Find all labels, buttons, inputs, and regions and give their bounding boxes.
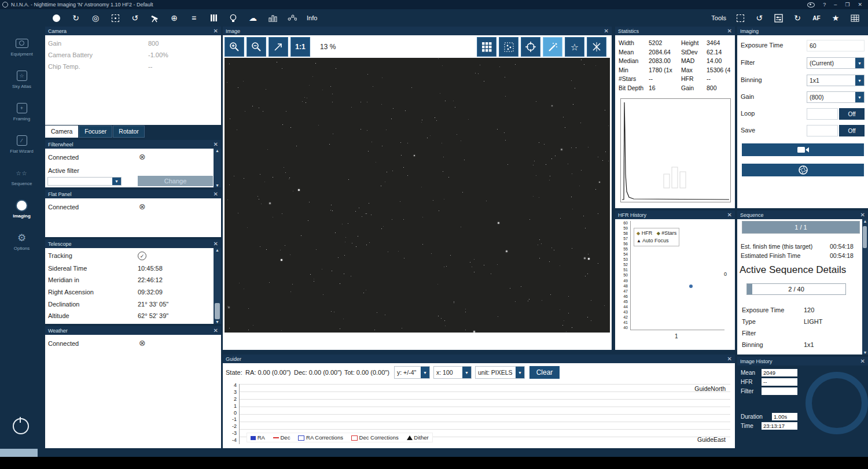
night-mode-eye-icon[interactable]	[807, 2, 815, 8]
capture-button[interactable]	[742, 164, 864, 176]
sidebar-item-sequence[interactable]: ☆☆ Sequence	[0, 161, 43, 192]
sequence-icon: ☆☆	[16, 167, 28, 179]
grid-overlay-button[interactable]	[477, 37, 496, 57]
close-icon[interactable]: ✕	[858, 2, 862, 8]
connections-icon[interactable]	[285, 12, 300, 24]
loop-count-input[interactable]	[807, 108, 838, 120]
sequence-scrollbar[interactable]: ▲▼	[862, 219, 868, 354]
flat-panel: Flat Panel ✕ Connected ⊗	[45, 190, 221, 237]
star-annotate-button[interactable]	[499, 37, 518, 57]
close-icon[interactable]: ✕	[860, 212, 865, 218]
guider-yscale-select[interactable]: y: +/-4"▼	[394, 366, 430, 379]
weather-panel-title: Weather	[48, 328, 68, 334]
platesolve-wand-button[interactable]	[543, 37, 562, 57]
switch-icon[interactable]: ≡	[186, 12, 201, 24]
layout-icon[interactable]	[733, 12, 748, 24]
tab-rotator[interactable]: Rotator	[113, 125, 144, 138]
sequence-panel: Sequence ✕ 1 / 1 Est. finish time (this …	[737, 211, 868, 354]
star-detect-icon[interactable]: ★	[828, 12, 843, 24]
dome-icon[interactable]	[206, 12, 221, 24]
telescope-scrollbar[interactable]: ▲▼	[214, 248, 221, 324]
guider-icon[interactable]: ⊕	[167, 12, 182, 24]
flat-panel-icon[interactable]	[226, 12, 241, 24]
close-icon[interactable]: ✕	[860, 359, 865, 364]
tab-camera[interactable]: Camera	[45, 125, 78, 138]
pixel-peek-button[interactable]	[587, 37, 606, 57]
close-icon[interactable]: ✕	[727, 212, 732, 218]
guider-xscale-select[interactable]: x: 100▼	[433, 366, 472, 379]
clear-button[interactable]: Clear	[529, 366, 560, 379]
filter-select[interactable]: ▼	[47, 177, 122, 186]
video-camera-icon	[797, 146, 809, 153]
exposure-time-input[interactable]: 60	[807, 40, 865, 51]
camera-icon[interactable]	[49, 12, 64, 24]
application-window: N.I.N.A. - Nighttime Imaging 'N' Astrono…	[0, 0, 868, 469]
binning-dropdown[interactable]: 1x1▼	[807, 75, 865, 86]
close-icon[interactable]: ✕	[214, 142, 218, 147]
statistics-table: Width5202Height3464 Mean2084.64StDev62.1…	[619, 39, 734, 92]
zoom-out-button[interactable]	[247, 37, 266, 57]
flatpanel-connected-label: Connected	[48, 204, 79, 211]
close-icon[interactable]: ✕	[214, 241, 218, 247]
close-icon[interactable]: ✕	[214, 28, 218, 34]
options-icon: ⚙	[17, 231, 26, 244]
filterwheel-scrollbar[interactable]: ▲▼	[214, 149, 221, 187]
tab-focuser[interactable]: Focuser	[79, 125, 112, 138]
sidebar-item-imaging[interactable]: Imaging	[0, 193, 43, 224]
maximize-icon[interactable]: ❐	[845, 2, 849, 8]
filter-dropdown[interactable]: (Current)▼	[807, 57, 865, 69]
image-panel-title: Image	[226, 28, 240, 34]
image-canvas[interactable]	[225, 58, 610, 333]
focuser-icon[interactable]	[108, 12, 123, 24]
sidebar-item-sky-atlas[interactable]: ☆ Sky Atlas	[0, 64, 43, 95]
imaging-panel-title: Imaging	[740, 28, 759, 34]
cloud-icon[interactable]: ☁	[245, 12, 260, 24]
camera-panel: Camera ✕ Gain 800 Camera Battery -1.00% …	[45, 27, 221, 125]
sidebar-item-options[interactable]: ⚙ Options	[0, 226, 43, 257]
rotator-icon[interactable]: ↺	[127, 12, 142, 24]
auto-stretch-icon[interactable]: ↻	[790, 12, 805, 24]
start-liveview-button[interactable]	[742, 143, 864, 156]
sync-icon[interactable]: ↻	[68, 12, 83, 24]
chevron-down-icon: ▼	[855, 92, 864, 102]
grid-icon[interactable]	[847, 12, 862, 24]
camera-battery-label: Camera Battery	[48, 51, 93, 58]
camera-gain-value: 800	[148, 40, 159, 47]
sidebar-item-framing[interactable]: + Framing	[0, 96, 43, 127]
one-to-one-button[interactable]: 1:1	[290, 37, 310, 57]
af-icon[interactable]: AF	[809, 12, 824, 24]
telescope-icon[interactable]	[147, 12, 162, 24]
star-mark-button[interactable]: ☆	[565, 37, 584, 57]
close-icon[interactable]: ✕	[604, 28, 609, 34]
loading-ring-watermark	[806, 372, 868, 434]
framing-icon: +	[17, 102, 27, 115]
close-icon[interactable]: ✕	[214, 191, 218, 197]
minimize-icon[interactable]: –	[834, 2, 837, 8]
close-icon[interactable]: ✕	[727, 356, 732, 362]
statistics-panel-title: Statistics	[618, 28, 639, 34]
history-icon[interactable]: ↺	[752, 12, 767, 24]
guider-tot-value: Tot: 0.00 (0.00")	[344, 369, 389, 376]
crosshair-button[interactable]	[521, 37, 540, 57]
close-icon[interactable]: ✕	[727, 28, 732, 34]
guider-unit-select[interactable]: unit: PIXELS▼	[475, 366, 525, 379]
gain-dropdown[interactable]: (800)▼	[807, 91, 865, 103]
save-path-input[interactable]	[807, 125, 838, 136]
close-icon[interactable]: ✕	[214, 328, 218, 334]
change-filter-button[interactable]: Change	[138, 176, 213, 186]
sidebar-item-flat-wizard[interactable]: ⁄ Flat Wizard	[0, 128, 43, 160]
power-icon[interactable]	[13, 418, 29, 434]
hfr-x-axis-label: 1	[675, 333, 678, 339]
fit-image-button[interactable]	[269, 37, 288, 57]
info-label[interactable]: Info	[304, 14, 319, 21]
save-toggle[interactable]: Off	[839, 125, 865, 136]
help-icon[interactable]: ?	[823, 2, 826, 8]
loop-toggle[interactable]: Off	[839, 108, 865, 120]
chart-icon[interactable]	[265, 12, 280, 24]
image-settings-icon[interactable]	[771, 12, 786, 24]
sidebar-item-equipment[interactable]: Equipment	[0, 31, 43, 62]
shutter-icon	[799, 165, 808, 175]
top-toolbar: ↻ ◎ ↺ ⊕ ≡ ☁ Info Tools	[44, 9, 868, 27]
zoom-in-button[interactable]	[225, 37, 244, 57]
filterwheel-icon[interactable]: ◎	[88, 12, 103, 24]
